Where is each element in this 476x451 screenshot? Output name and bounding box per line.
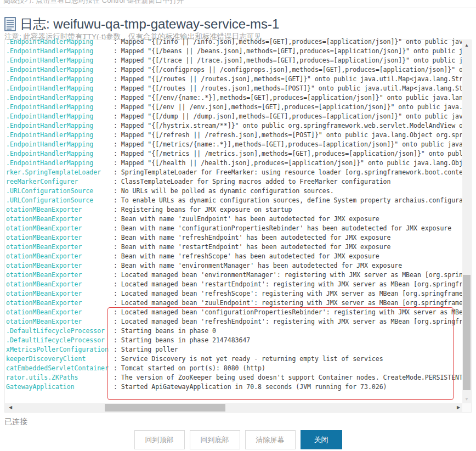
log-message: : Tomcat started on port(s): 8080 (http) <box>114 364 265 373</box>
log-message: : Mapped "{[/beans || /beans.json],metho… <box>114 47 462 56</box>
log-message: : Mapped "{[/metrics || /metrics.json],m… <box>114 149 462 159</box>
logger-name: .URLConfigurationSource <box>6 187 114 196</box>
logger-name: .EndpointHandlerMapping <box>6 121 114 131</box>
log-message: : Mapped "{[/info || /info.json],methods… <box>114 37 462 47</box>
log-line: .EndpointHandlerMapping: Mapped "{[/info… <box>6 37 462 47</box>
log-message: : Mapped "{[/trace || /trace.json],metho… <box>114 56 462 65</box>
log-message: : Located managed bean 'restartEndpoint'… <box>114 280 462 289</box>
logger-name: rator.utils.ZKPaths <box>6 373 114 382</box>
logger-name: .URLConfigurationSource <box>6 196 114 205</box>
log-message: : Bean with name 'configurationPropertie… <box>114 224 451 233</box>
log-message: : Mapped "{[/hystrix.stream/**]}" onto p… <box>114 121 462 131</box>
log-message: : To enable URLs as dynamic configuratio… <box>114 196 462 205</box>
log-line: .EndpointHandlerMapping: Mapped "{[/env … <box>6 103 462 112</box>
log-message: : Mapped "{[/env/{name:.*}],methods=[GET… <box>114 93 462 103</box>
log-message: : Mapped "{[/env || /env.json],methods=[… <box>114 103 462 112</box>
scroll-left-icon[interactable]: ◀ <box>6 403 15 412</box>
logger-name: .EndpointHandlerMapping <box>6 112 114 121</box>
scroll-down-icon[interactable]: ▼ <box>462 395 471 404</box>
logger-name: .DefaultLifecycleProcessor <box>6 336 114 345</box>
log-message: : Mapped "{[/metrics/{name:.*}],methods=… <box>114 140 462 149</box>
logger-name: otationMBeanExporter <box>6 289 114 298</box>
top-hint: 高级技巧: 点击查看日志时按住 Control 键在新窗口中打开 <box>3 0 464 7</box>
document-icon <box>4 17 16 31</box>
log-content: .EndpointHandlerMapping: Mapped "{[/info… <box>6 37 462 403</box>
log-message: : Mapped "{[/configprops || /configprops… <box>114 65 462 75</box>
logger-name: otationMBeanExporter <box>6 317 114 326</box>
log-message: : Service Discovery is not yet ready - r… <box>114 354 383 364</box>
log-line: .URLConfigurationSource: To enable URLs … <box>6 196 462 205</box>
log-message: : Started ApiGatewayApplication in 70.8 … <box>114 382 387 392</box>
logger-name: .EndpointHandlerMapping <box>6 131 114 140</box>
log-line: .EndpointHandlerMapping: Mapped "{[/env/… <box>6 93 462 103</box>
log-line: otationMBeanExporter: Located managed be… <box>6 317 462 326</box>
log-message: : Bean with name 'refreshEndpoint' has b… <box>114 233 390 243</box>
back-to-bottom-button[interactable]: 回到底部 <box>190 430 240 449</box>
logger-name: xMetricsPollerConfiguration <box>6 345 114 354</box>
logger-name: .EndpointHandlerMapping <box>6 65 114 75</box>
log-line: otationMBeanExporter: Bean with name 'co… <box>6 224 462 233</box>
log-message: : Bean with name 'environmentManager' ha… <box>114 261 402 270</box>
log-panel[interactable]: .EndpointHandlerMapping: Mapped "{[/info… <box>4 40 472 413</box>
logger-name: .EndpointHandlerMapping <box>6 37 114 47</box>
log-message: : Located managed bean 'zuulEndpoint': r… <box>114 298 462 308</box>
footer-buttons: 回到顶部 回到底部 清除屏幕 关闭 <box>0 430 476 449</box>
log-message: : Starting beans in phase 2147483647 <box>114 336 250 345</box>
log-line: .EndpointHandlerMapping: Mapped "{[/rout… <box>6 84 462 93</box>
logger-name: .EndpointHandlerMapping <box>6 149 114 159</box>
logger-name: otationMBeanExporter <box>6 270 114 280</box>
logger-name: otationMBeanExporter <box>6 252 114 261</box>
back-to-top-button[interactable]: 回到顶部 <box>134 430 185 449</box>
log-message: : Located managed bean 'refreshEndpoint'… <box>114 317 462 326</box>
logger-name: .EndpointHandlerMapping <box>6 84 114 93</box>
log-message: : Mapped "{[/health || /health.json],pro… <box>114 159 462 168</box>
log-message: : Bean with name 'zuulEndpoint' has been… <box>114 215 379 224</box>
horizontal-scrollbar[interactable]: ◀ ▶ <box>5 403 463 412</box>
log-line: .EndpointHandlerMapping: Mapped "{[/dump… <box>6 112 462 121</box>
logger-name: .EndpointHandlerMapping <box>6 140 114 149</box>
logger-name: reeMarkerConfigurer <box>6 177 114 187</box>
log-line: GatewayApplication: Started ApiGatewayAp… <box>6 382 462 392</box>
title-row: 日志: weifuwu-qa-tmp-gateway-service-ms-1 <box>4 15 279 33</box>
log-message: : ClassTemplateLoader for Spring macros … <box>114 177 390 187</box>
logger-name: otationMBeanExporter <box>6 224 114 233</box>
vertical-scrollbar[interactable]: ▲ ▼ <box>462 40 471 404</box>
connection-status: 已连接 <box>4 417 27 427</box>
log-line: .EndpointHandlerMapping: Mapped "{[/trac… <box>6 56 462 65</box>
vertical-scroll-thumb[interactable] <box>463 275 471 390</box>
logger-name: otationMBeanExporter <box>6 261 114 270</box>
clear-screen-button[interactable]: 清除屏幕 <box>245 430 296 449</box>
log-line: otationMBeanExporter: Located managed be… <box>6 298 462 308</box>
log-message: : Mapped "{[/routes || /routes.json],met… <box>114 75 462 84</box>
log-message: : Bean with name 'refreshScope' has been… <box>114 252 379 261</box>
log-message: : Located managed bean 'configurationPro… <box>114 308 462 317</box>
scroll-up-icon[interactable]: ▲ <box>462 41 471 50</box>
logger-name: otationMBeanExporter <box>6 308 114 317</box>
logger-name: GatewayApplication <box>6 382 114 392</box>
log-line: otationMBeanExporter: Bean with name 're… <box>6 252 462 261</box>
log-line: keeperDiscoveryClient: Service Discovery… <box>6 354 462 364</box>
horizontal-scroll-thumb[interactable] <box>105 404 225 411</box>
log-message: : Bean with name 'restartEndpoint' has b… <box>114 243 390 252</box>
log-message: : Mapped "{[/refresh || /refresh.json],m… <box>114 131 462 140</box>
log-line: .EndpointHandlerMapping: Mapped "{[/conf… <box>6 65 462 75</box>
logger-name: .EndpointHandlerMapping <box>6 103 114 112</box>
log-message: : The version of ZooKeeper being used do… <box>114 373 462 382</box>
log-line: .EndpointHandlerMapping: Mapped "{[/rout… <box>6 75 462 84</box>
scrollbar-corner <box>462 403 471 412</box>
logger-name: keeperDiscoveryClient <box>6 354 114 364</box>
log-line: otationMBeanExporter: Bean with name 'zu… <box>6 215 462 224</box>
log-message: : Located managed bean 'environmentManag… <box>114 270 462 280</box>
scroll-right-icon[interactable]: ▶ <box>454 403 463 412</box>
log-message: : Starting beans in phase 0 <box>114 326 216 336</box>
log-message: : SpringTemplateLoader for FreeMarker: u… <box>114 168 462 177</box>
log-message: : Starting poller <box>114 345 178 354</box>
log-line: otationMBeanExporter: Located managed be… <box>6 308 462 317</box>
logger-name: .EndpointHandlerMapping <box>6 47 114 56</box>
log-line: otationMBeanExporter: Located managed be… <box>6 270 462 280</box>
log-line: rator.utils.ZKPaths: The version of ZooK… <box>6 373 462 382</box>
log-viewer-page: 高级技巧: 点击查看日志时按住 Control 键在新窗口中打开 日志: wei… <box>0 0 476 451</box>
log-line: xMetricsPollerConfiguration: Starting po… <box>6 345 462 354</box>
close-button[interactable]: 关闭 <box>301 430 342 449</box>
log-line: reeMarkerConfigurer: ClassTemplateLoader… <box>6 177 462 187</box>
